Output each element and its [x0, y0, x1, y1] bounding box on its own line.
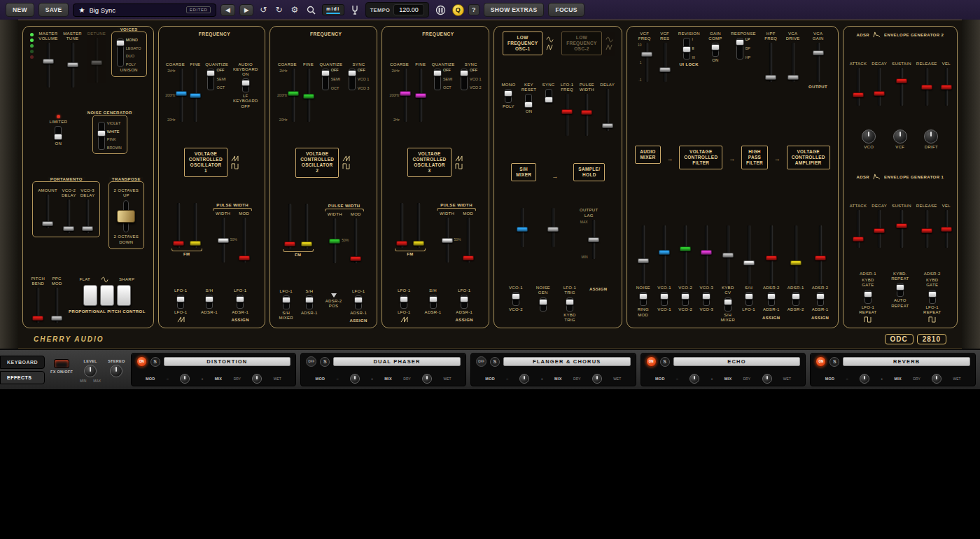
slider-cap[interactable]: [329, 239, 340, 244]
quantize-switch[interactable]: [207, 69, 214, 90]
fx-mod-knob[interactable]: [180, 374, 190, 384]
ctl-slider[interactable]: [398, 203, 406, 248]
fx-mix-knob[interactable]: [422, 374, 432, 384]
lfo-1-switch[interactable]: [461, 295, 468, 309]
ctl-slider[interactable]: [816, 225, 825, 284]
switch-nub[interactable]: [896, 284, 904, 290]
switch-nub[interactable]: [321, 70, 330, 76]
switch-nub[interactable]: [928, 291, 937, 298]
switch-nub[interactable]: [545, 97, 553, 103]
switch-nub[interactable]: [724, 299, 732, 305]
fx-onoff-button[interactable]: [54, 359, 69, 368]
fx-power-button[interactable]: OFF: [306, 356, 316, 367]
vcf-knob[interactable]: [893, 130, 907, 144]
master-volume-slider[interactable]: [44, 43, 52, 88]
slider-cap[interactable]: [413, 241, 424, 246]
ctl-slider[interactable]: [191, 203, 200, 248]
adsr-2-switch[interactable]: [929, 290, 936, 304]
fx-power-button[interactable]: OFF: [476, 356, 486, 367]
switch-nub[interactable]: [176, 296, 185, 302]
switch-nub[interactable]: [282, 297, 290, 303]
slider-cap[interactable]: [67, 62, 78, 67]
slider-cap[interactable]: [42, 221, 53, 226]
help-button[interactable]: ?: [468, 4, 479, 15]
slider-cap[interactable]: [641, 52, 652, 57]
fx-mod-knob[interactable]: [350, 374, 360, 384]
slider-cap[interactable]: [239, 255, 250, 260]
amount-slider[interactable]: [43, 195, 52, 228]
slider-cap[interactable]: [743, 260, 755, 265]
slider-cap[interactable]: [941, 85, 952, 90]
save-button[interactable]: SAVE: [38, 3, 69, 17]
switch-nub[interactable]: [433, 70, 442, 76]
ppc-mod-slider[interactable]: [52, 288, 61, 323]
slider-cap[interactable]: [415, 93, 426, 98]
pitch-bend-slider[interactable]: [34, 288, 42, 323]
slider-cap[interactable]: [638, 258, 649, 263]
ctl-slider[interactable]: [702, 225, 710, 284]
slider-cap[interactable]: [547, 227, 559, 232]
fx-mix-knob[interactable]: [592, 374, 602, 384]
slider-cap[interactable]: [602, 123, 613, 128]
key-reset-switch[interactable]: [525, 94, 532, 108]
fx-name[interactable]: ECHO: [673, 357, 801, 366]
mod-slider[interactable]: [464, 218, 472, 262]
slider-cap[interactable]: [874, 228, 885, 233]
vca-gain-slider[interactable]: [814, 43, 822, 82]
ctl-slider[interactable]: [302, 204, 311, 248]
vco-1-switch[interactable]: [661, 292, 668, 306]
lfo-1-trig-switch[interactable]: [566, 298, 573, 312]
fx-solo-button[interactable]: S: [660, 357, 670, 367]
lfo-1-freq-slider[interactable]: [563, 94, 571, 136]
slider-cap[interactable]: [517, 227, 528, 232]
mono-switch[interactable]: [505, 89, 512, 103]
ctl-slider[interactable]: [660, 225, 668, 284]
fx-solo-button[interactable]: S: [320, 357, 330, 367]
slider-cap[interactable]: [659, 250, 670, 255]
fine-slider[interactable]: [416, 69, 425, 122]
s-h-switch[interactable]: [306, 295, 313, 309]
fine-slider[interactable]: [191, 69, 200, 122]
switch-nub[interactable]: [816, 293, 825, 300]
fx-power-button[interactable]: ON: [816, 356, 826, 367]
switch-nub[interactable]: [767, 293, 776, 300]
slider-cap[interactable]: [874, 91, 885, 96]
fx-mod-knob[interactable]: [690, 374, 699, 384]
adsr-2-switch[interactable]: [817, 292, 824, 306]
ctl-slider[interactable]: [414, 203, 423, 248]
vel-slider[interactable]: [942, 210, 951, 248]
slider-cap[interactable]: [701, 250, 712, 255]
slider-cap[interactable]: [218, 238, 229, 243]
switch-nub[interactable]: [736, 39, 744, 46]
switch-nub[interactable]: [400, 296, 408, 302]
fx-mix-knob[interactable]: [932, 374, 941, 384]
fx-solo-button[interactable]: S: [490, 357, 500, 367]
lever-handle[interactable]: [117, 210, 135, 223]
adsr-2-switch[interactable]: [768, 292, 775, 306]
ctl-slider[interactable]: [681, 225, 690, 284]
ctl-slider[interactable]: [639, 225, 648, 284]
slider-cap[interactable]: [790, 260, 802, 265]
gain-comp-switch[interactable]: [712, 43, 719, 57]
switch-nub[interactable]: [348, 70, 356, 76]
audio-keyboard-on-switch[interactable]: [242, 78, 249, 92]
pulse-width-slider[interactable]: [582, 94, 591, 136]
width-slider[interactable]: [330, 218, 339, 263]
fx-name[interactable]: DUAL PHASER: [333, 357, 461, 366]
slider-cap[interactable]: [51, 316, 62, 321]
quantize-switch[interactable]: [434, 69, 441, 90]
midi-icon[interactable]: midi: [322, 4, 344, 15]
release-slider[interactable]: [923, 210, 931, 248]
s-h-switch[interactable]: [746, 292, 752, 306]
preset-display[interactable]: ★ Big Sync EDITED: [73, 4, 216, 17]
fx-mod-knob[interactable]: [519, 374, 529, 384]
slider-cap[interactable]: [581, 110, 592, 115]
switch-nub[interactable]: [354, 297, 363, 303]
prev-preset-button[interactable]: ◀: [220, 4, 234, 16]
switch-nub[interactable]: [54, 134, 62, 140]
settings-gear-icon[interactable]: ⚙: [288, 4, 300, 15]
output-lag-slider[interactable]: [589, 220, 598, 259]
ctl-slider[interactable]: [174, 203, 183, 248]
switch-nub[interactable]: [660, 293, 668, 300]
new-button[interactable]: NEW: [6, 3, 34, 17]
